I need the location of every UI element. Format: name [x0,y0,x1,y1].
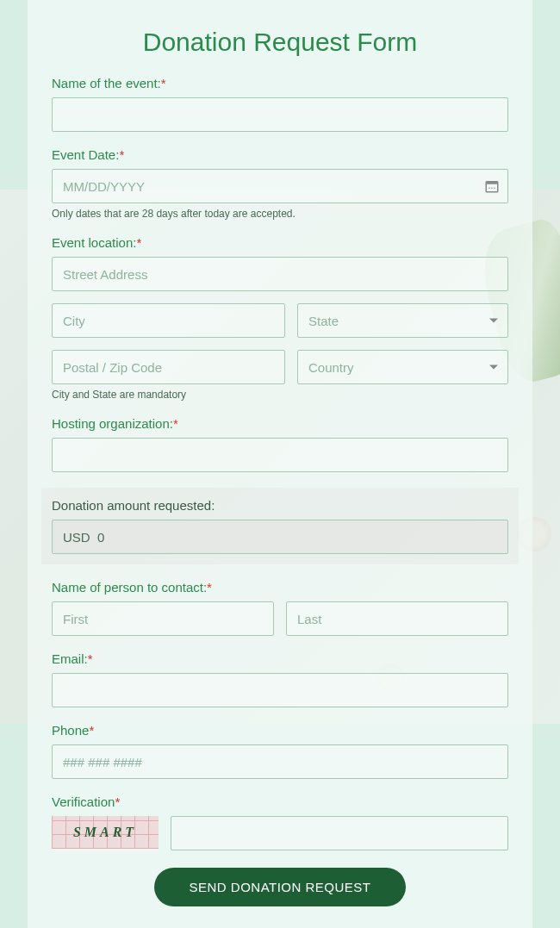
event-location-label: Event location:* [52,235,508,250]
phone-input[interactable] [52,744,508,779]
submit-button[interactable]: SEND DONATION REQUEST [154,868,405,906]
page-title: Donation Request Form [52,0,508,76]
contact-last-input[interactable] [286,601,508,636]
field-verification: Verification* SMART [52,794,508,850]
event-name-input[interactable] [52,97,508,132]
hosting-org-label: Hosting organization:* [52,416,508,431]
form-container: Donation Request Form Name of the event:… [28,0,532,928]
contact-name-label: Name of person to contact:* [52,580,508,595]
contact-first-input[interactable] [52,601,274,636]
event-date-helper: Only dates that are 28 days after today … [52,208,508,220]
field-phone: Phone* [52,723,508,779]
country-select[interactable] [297,350,508,384]
email-label: Email:* [52,651,508,666]
field-email: Email:* [52,651,508,707]
field-donation-amount: Donation amount requested: [41,488,519,564]
field-event-location: Event location:* City and State are mand… [52,235,508,401]
email-input[interactable] [52,673,508,707]
postal-input[interactable] [52,350,285,384]
event-date-label: Event Date:* [52,147,508,162]
street-address-input[interactable] [52,257,508,291]
field-event-name: Name of the event:* [52,76,508,132]
city-input[interactable] [52,303,285,338]
field-contact-name: Name of person to contact:* [52,580,508,636]
location-helper: City and State are mandatory [52,389,508,401]
verification-label: Verification* [52,794,508,809]
event-date-input[interactable] [52,169,508,203]
captcha-image: SMART [52,816,159,849]
donation-amount-input[interactable] [52,520,508,554]
hosting-org-input[interactable] [52,438,508,472]
state-select[interactable] [297,303,508,338]
field-event-date: Event Date:* Only dates that are 28 days… [52,147,508,220]
donation-amount-label: Donation amount requested: [52,498,508,513]
field-hosting-org: Hosting organization:* [52,416,508,472]
event-name-label: Name of the event:* [52,76,508,90]
verification-input[interactable] [171,816,508,850]
phone-label: Phone* [52,723,508,738]
